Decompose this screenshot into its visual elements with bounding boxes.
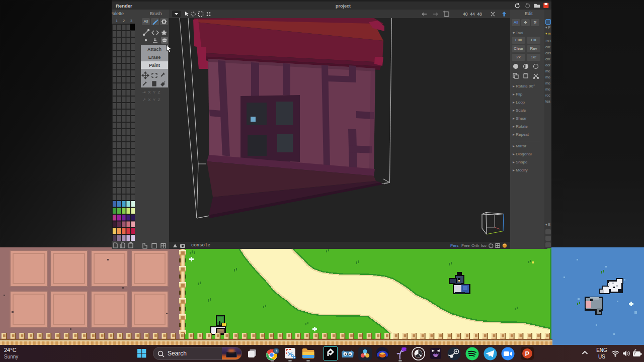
svg-text:P: P	[525, 350, 530, 357]
svg-text:40 44 48: 40 44 48	[463, 12, 482, 17]
